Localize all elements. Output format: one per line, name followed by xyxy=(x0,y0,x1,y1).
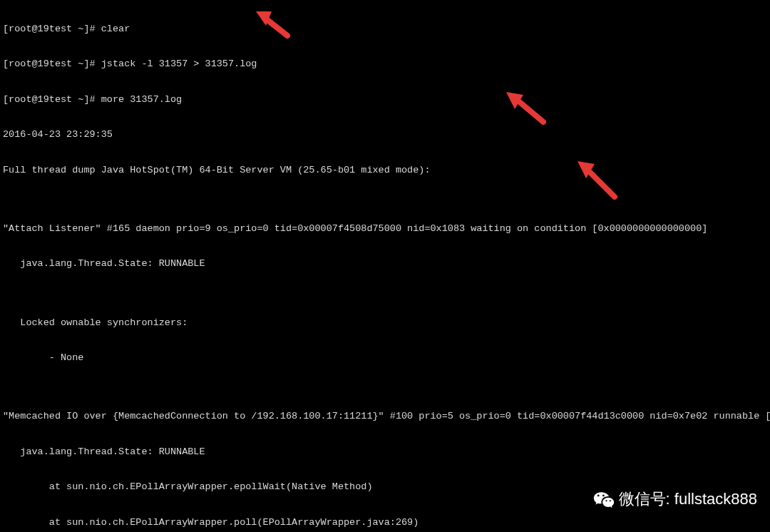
watermark-text: 微信号: fullstack888 xyxy=(619,490,757,509)
output-line: [root@19test ~]# clear xyxy=(3,24,770,35)
wechat-icon xyxy=(593,491,615,509)
output-line: Locked ownable synchronizers: xyxy=(3,317,770,329)
output-line: java.lang.Thread.State: RUNNABLE xyxy=(3,258,770,270)
output-line: Full thread dump Java HotSpot(TM) 64-Bit… xyxy=(3,165,770,176)
output-line: - None xyxy=(3,352,770,364)
output-line: at sun.nio.ch.EPollArrayWrapper.poll(EPo… xyxy=(3,517,770,528)
output-line: 2016-04-23 23:29:35 xyxy=(3,129,770,140)
output-line: "Attach Listener" #165 daemon prio=9 os_… xyxy=(3,223,770,235)
watermark: 微信号: fullstack888 xyxy=(593,490,757,509)
output-line: [root@19test ~]# jstack -l 31357 > 31357… xyxy=(3,58,770,70)
output-line: "Memcached IO over {MemcachedConnection … xyxy=(3,411,770,422)
output-line: java.lang.Thread.State: RUNNABLE xyxy=(3,446,770,458)
terminal-output[interactable]: [root@19test ~]# clear [root@19test ~]# … xyxy=(0,0,770,532)
output-line: [root@19test ~]# more 31357.log xyxy=(3,94,770,106)
